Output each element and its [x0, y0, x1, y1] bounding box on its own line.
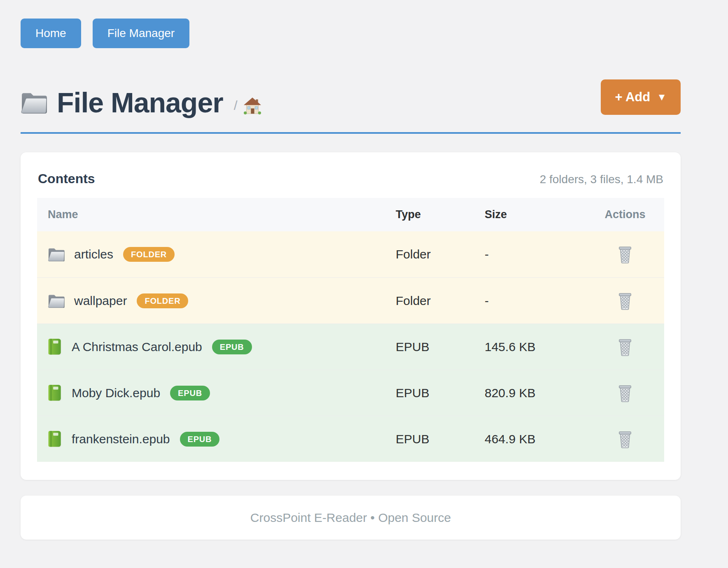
page-title: File Manager	[57, 86, 223, 119]
delete-button[interactable]	[617, 384, 633, 402]
page-header: File Manager / + Add ▼	[21, 82, 681, 123]
file-manager-button[interactable]: File Manager	[93, 19, 189, 48]
page: Home File Manager File Manager / + Add ▼…	[0, 0, 701, 540]
trash-icon	[617, 430, 633, 448]
delete-button[interactable]	[617, 430, 633, 448]
size-cell: -	[485, 247, 586, 261]
type-cell: EPUB	[396, 340, 485, 354]
trash-icon	[617, 338, 633, 356]
folder-badge: FOLDER	[123, 247, 175, 262]
table-row[interactable]: frankenstein.epub EPUB EPUB 464.9 KB	[37, 416, 664, 462]
contents-card: Contents 2 folders, 3 files, 1.4 MB Name…	[21, 152, 681, 480]
table-header: Name Type Size Actions	[37, 198, 664, 231]
column-header-name: Name	[37, 208, 396, 221]
size-cell: 464.9 KB	[485, 432, 586, 446]
delete-button[interactable]	[617, 338, 633, 356]
table-row[interactable]: articles FOLDER Folder -	[37, 231, 664, 277]
type-cell: EPUB	[396, 432, 485, 446]
file-name-link[interactable]: Moby Dick.epub	[72, 386, 160, 400]
folder-badge: FOLDER	[137, 293, 188, 308]
table-row[interactable]: Moby Dick.epub EPUB EPUB 820.9 KB	[37, 370, 664, 416]
file-name-link[interactable]: frankenstein.epub	[72, 432, 170, 446]
home-button[interactable]: Home	[21, 19, 81, 48]
folder-icon	[48, 247, 65, 262]
type-cell: Folder	[396, 247, 485, 261]
trash-icon	[617, 245, 633, 263]
contents-heading: Contents	[38, 171, 95, 186]
file-name-link[interactable]: articles	[74, 247, 113, 261]
file-name-link[interactable]: wallpaper	[74, 294, 127, 308]
house-icon[interactable]	[243, 97, 261, 114]
book-icon	[48, 384, 62, 402]
add-button-label: + Add	[615, 90, 650, 105]
type-cell: Folder	[396, 294, 485, 308]
type-cell: EPUB	[396, 386, 485, 400]
chevron-down-icon: ▼	[657, 91, 667, 103]
top-nav: Home File Manager	[21, 19, 681, 48]
folder-icon	[48, 293, 65, 309]
folder-icon	[21, 91, 48, 114]
footer: CrossPoint E-Reader • Open Source	[21, 496, 681, 540]
trash-icon	[617, 384, 633, 402]
delete-button[interactable]	[617, 245, 633, 263]
book-icon	[48, 338, 62, 356]
add-button[interactable]: + Add ▼	[601, 79, 681, 115]
epub-badge: EPUB	[212, 340, 252, 354]
column-header-actions: Actions	[586, 208, 664, 221]
column-header-size: Size	[485, 208, 586, 221]
file-name-link[interactable]: A Christmas Carol.epub	[72, 340, 202, 354]
delete-button[interactable]	[617, 292, 633, 310]
table-row[interactable]: wallpaper FOLDER Folder -	[37, 277, 664, 324]
title-underline	[21, 132, 681, 134]
epub-badge: EPUB	[170, 386, 210, 400]
column-header-type: Type	[396, 208, 485, 221]
breadcrumb: /	[234, 98, 238, 113]
epub-badge: EPUB	[180, 432, 220, 447]
footer-text: CrossPoint E-Reader • Open Source	[250, 511, 451, 525]
file-table: Name Type Size Actions articles FOLDER F…	[37, 198, 664, 462]
trash-icon	[617, 292, 633, 310]
contents-summary: 2 folders, 3 files, 1.4 MB	[540, 173, 663, 186]
book-icon	[48, 431, 62, 448]
size-cell: -	[485, 294, 586, 308]
table-row[interactable]: A Christmas Carol.epub EPUB EPUB 145.6 K…	[37, 324, 664, 370]
size-cell: 820.9 KB	[485, 386, 586, 400]
size-cell: 145.6 KB	[485, 340, 586, 354]
